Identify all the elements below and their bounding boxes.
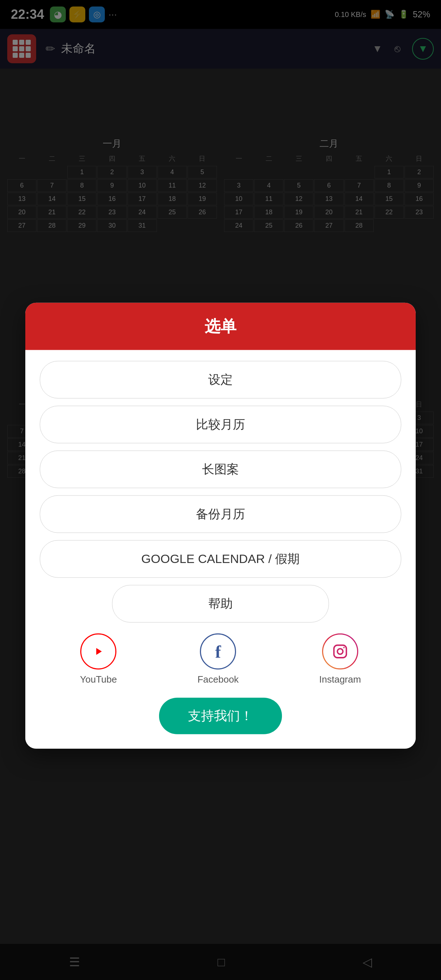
settings-button[interactable]: 设定	[40, 361, 401, 399]
modal-title: 选单	[40, 316, 401, 337]
svg-marker-0	[97, 648, 102, 655]
facebook-link[interactable]: f Facebook	[197, 633, 239, 685]
help-button[interactable]: 帮助	[112, 585, 329, 623]
support-button[interactable]: 支持我们！	[159, 698, 282, 734]
youtube-icon	[80, 633, 116, 670]
youtube-label: YouTube	[80, 674, 117, 685]
svg-point-3	[343, 647, 344, 648]
modal-body: 设定 比较月历 长图案 备份月历 GOOGLE CALENDAR / 假期 帮助…	[25, 350, 416, 749]
compare-calendar-button[interactable]: 比较月历	[40, 406, 401, 443]
modal-header: 选单	[25, 303, 416, 350]
facebook-icon: f	[200, 633, 236, 670]
svg-rect-1	[334, 645, 347, 658]
social-links-row: YouTube f Facebook Instagram	[40, 630, 401, 689]
svg-point-2	[337, 649, 343, 654]
youtube-link[interactable]: YouTube	[80, 633, 117, 685]
menu-modal: 选单 设定 比较月历 长图案 备份月历 GOOGLE CALENDAR / 假期…	[25, 303, 416, 749]
facebook-label: Facebook	[197, 674, 239, 685]
instagram-link[interactable]: Instagram	[319, 633, 361, 685]
instagram-label: Instagram	[319, 674, 361, 685]
backup-calendar-button[interactable]: 备份月历	[40, 495, 401, 533]
long-image-button[interactable]: 长图案	[40, 450, 401, 488]
google-calendar-button[interactable]: GOOGLE CALENDAR / 假期	[40, 540, 401, 578]
instagram-icon	[322, 633, 358, 670]
